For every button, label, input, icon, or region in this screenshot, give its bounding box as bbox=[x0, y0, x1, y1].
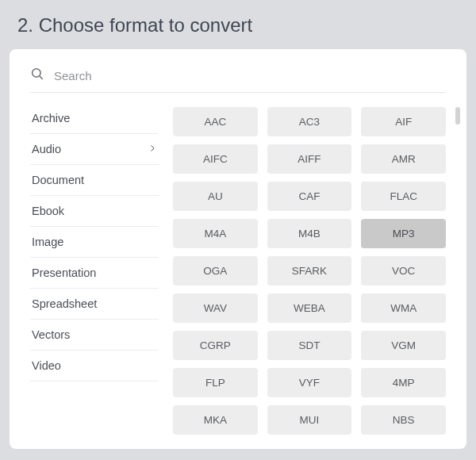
category-label: Archive bbox=[32, 112, 70, 125]
category-item[interactable]: Presentation bbox=[30, 258, 159, 289]
format-button[interactable]: AIFC bbox=[173, 144, 258, 174]
category-label: Presentation bbox=[32, 266, 96, 279]
category-item[interactable]: Ebook bbox=[30, 196, 159, 227]
category-label: Spreadsheet bbox=[32, 297, 97, 310]
content-area: ArchiveAudioDocumentEbookImagePresentati… bbox=[30, 107, 446, 435]
format-button[interactable]: WEBA bbox=[267, 293, 352, 323]
format-button[interactable]: AIFF bbox=[267, 144, 352, 174]
format-button[interactable]: MP3 bbox=[361, 219, 446, 248]
format-grid: AACAC3AIFAIFCAIFFAMRAUCAFFLACM4AM4BMP3OG… bbox=[173, 107, 446, 435]
format-button[interactable]: VOC bbox=[361, 256, 446, 286]
search-input[interactable] bbox=[54, 69, 446, 82]
format-button[interactable]: SFARK bbox=[267, 256, 352, 286]
svg-point-0 bbox=[33, 69, 41, 78]
search-icon bbox=[30, 67, 44, 84]
category-label: Audio bbox=[32, 143, 61, 155]
format-button[interactable]: VGM bbox=[361, 331, 446, 360]
format-button[interactable]: VYF bbox=[267, 368, 352, 397]
format-chooser-card: ArchiveAudioDocumentEbookImagePresentati… bbox=[10, 49, 466, 449]
category-label: Image bbox=[32, 236, 63, 248]
format-button[interactable]: M4B bbox=[267, 219, 352, 248]
format-button[interactable]: MUI bbox=[267, 405, 352, 435]
format-button[interactable]: SDT bbox=[267, 331, 352, 360]
format-button[interactable]: NBS bbox=[361, 405, 446, 435]
category-item[interactable]: Video bbox=[30, 351, 159, 381]
category-item[interactable]: Archive bbox=[30, 107, 159, 134]
format-button[interactable]: CGRP bbox=[173, 331, 258, 360]
category-label: Ebook bbox=[32, 205, 64, 217]
category-item[interactable]: Document bbox=[30, 165, 159, 196]
page-title: 2. Choose format to convert bbox=[17, 14, 459, 36]
category-list: ArchiveAudioDocumentEbookImagePresentati… bbox=[30, 107, 159, 435]
format-button[interactable]: FLAC bbox=[361, 182, 446, 211]
format-button[interactable]: OGA bbox=[173, 256, 258, 286]
category-item[interactable]: Vectors bbox=[30, 320, 159, 351]
scrollbar-thumb[interactable] bbox=[455, 107, 460, 125]
format-button[interactable]: AIF bbox=[361, 107, 446, 136]
category-label: Document bbox=[32, 174, 84, 186]
format-button[interactable]: M4A bbox=[173, 219, 258, 248]
search-row bbox=[30, 67, 446, 93]
chevron-right-icon bbox=[148, 143, 157, 155]
format-button[interactable]: AMR bbox=[361, 144, 446, 174]
category-label: Video bbox=[32, 359, 61, 372]
format-button[interactable]: WMA bbox=[361, 293, 446, 323]
format-button[interactable]: AC3 bbox=[267, 107, 352, 136]
category-label: Vectors bbox=[32, 328, 70, 341]
category-item[interactable]: Spreadsheet bbox=[30, 289, 159, 320]
format-button[interactable]: MKA bbox=[173, 405, 258, 435]
format-button[interactable]: AAC bbox=[173, 107, 258, 136]
format-button[interactable]: 4MP bbox=[361, 368, 446, 397]
svg-line-1 bbox=[40, 76, 43, 79]
format-button[interactable]: WAV bbox=[173, 293, 258, 323]
format-button[interactable]: AU bbox=[173, 182, 258, 211]
category-item[interactable]: Audio bbox=[30, 134, 159, 165]
format-button[interactable]: CAF bbox=[267, 182, 352, 211]
format-button[interactable]: FLP bbox=[173, 368, 258, 397]
category-item[interactable]: Image bbox=[30, 227, 159, 258]
page-header: 2. Choose format to convert bbox=[0, 0, 476, 49]
